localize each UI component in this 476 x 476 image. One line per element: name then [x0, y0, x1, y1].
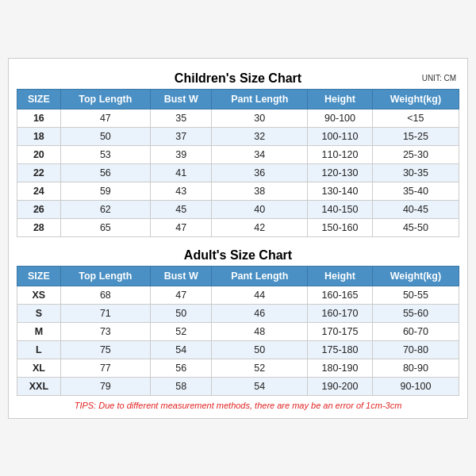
children-table: SIZETop LengthBust WPant LengthHeightWei… [17, 89, 459, 237]
table-cell: 150-160 [308, 218, 373, 236]
table-cell: 50 [60, 127, 150, 145]
table-cell: 52 [150, 322, 211, 340]
adults-title-row: Adult's Size Chart [17, 244, 459, 266]
table-cell: 47 [150, 286, 211, 304]
table-cell: 22 [17, 163, 61, 182]
table-cell: 140-150 [308, 200, 373, 218]
table-row: 1647353090-100<15 [17, 109, 459, 127]
table-cell: L [17, 340, 61, 359]
adults-col-header: SIZE [17, 266, 61, 286]
table-cell: 28 [17, 218, 61, 236]
children-col-header: Bust W [150, 89, 211, 109]
table-row: 18503732100-11015-25 [17, 127, 459, 145]
table-cell: 68 [60, 286, 150, 304]
table-cell: <15 [372, 109, 459, 127]
table-cell: 37 [150, 127, 211, 145]
table-row: S715046160-17055-60 [17, 304, 459, 322]
unit-label: UNIT: CM [422, 73, 456, 82]
table-cell: 71 [60, 304, 150, 322]
table-cell: 190-200 [308, 377, 373, 395]
table-row: 24594338130-14035-40 [17, 182, 459, 200]
table-cell: 50-55 [372, 286, 459, 304]
table-row: 28654742150-16045-50 [17, 218, 459, 236]
table-cell: 18 [17, 127, 61, 145]
children-header-row: SIZETop LengthBust WPant LengthHeightWei… [17, 89, 459, 109]
table-cell: 34 [212, 145, 308, 163]
table-cell: 38 [212, 182, 308, 200]
tips-text: TIPS: Due to different measurement metho… [17, 401, 459, 410]
table-cell: 55-60 [372, 304, 459, 322]
table-cell: 39 [150, 145, 211, 163]
table-cell: 24 [17, 182, 61, 200]
table-cell: 180-190 [308, 359, 373, 377]
table-cell: 170-175 [308, 322, 373, 340]
table-cell: 44 [212, 286, 308, 304]
table-cell: 45 [150, 200, 211, 218]
table-cell: 160-165 [308, 286, 373, 304]
table-cell: 26 [17, 200, 61, 218]
table-cell: XXL [17, 377, 61, 395]
table-cell: 59 [60, 182, 150, 200]
table-cell: 47 [150, 218, 211, 236]
children-body: 1647353090-100<1518503732100-11015-25205… [17, 109, 459, 236]
table-cell: 45-50 [372, 218, 459, 236]
table-cell: 54 [212, 377, 308, 395]
adults-col-header: Pant Length [212, 266, 308, 286]
table-cell: 30-35 [372, 163, 459, 182]
table-cell: 56 [150, 359, 211, 377]
table-cell: 43 [150, 182, 211, 200]
table-cell: 48 [212, 322, 308, 340]
children-col-header: SIZE [17, 89, 61, 109]
table-cell: 47 [60, 109, 150, 127]
table-row: 20533934110-12025-30 [17, 145, 459, 163]
table-cell: 77 [60, 359, 150, 377]
table-row: XS684744160-16550-55 [17, 286, 459, 304]
table-cell: 73 [60, 322, 150, 340]
table-cell: XS [17, 286, 61, 304]
table-row: XXL795854190-20090-100 [17, 377, 459, 395]
table-cell: 42 [212, 218, 308, 236]
table-cell: 62 [60, 200, 150, 218]
table-cell: 130-140 [308, 182, 373, 200]
table-cell: XL [17, 359, 61, 377]
table-cell: 56 [60, 163, 150, 182]
table-cell: 40 [212, 200, 308, 218]
table-row: L755450175-18070-80 [17, 340, 459, 359]
table-cell: 50 [212, 340, 308, 359]
table-cell: 50 [150, 304, 211, 322]
table-cell: 41 [150, 163, 211, 182]
table-cell: 52 [212, 359, 308, 377]
table-row: M735248170-17560-70 [17, 322, 459, 340]
children-col-header: Weight(kg) [372, 89, 459, 109]
table-cell: 80-90 [372, 359, 459, 377]
adults-body: XS684744160-16550-55S715046160-17055-60M… [17, 286, 459, 395]
adults-table: SIZETop LengthBust WPant LengthHeightWei… [17, 266, 459, 396]
table-cell: 15-25 [372, 127, 459, 145]
children-col-header: Pant Length [212, 89, 308, 109]
adults-header-row: SIZETop LengthBust WPant LengthHeightWei… [17, 266, 459, 286]
table-row: XL775652180-19080-90 [17, 359, 459, 377]
adults-col-header: Top Length [60, 266, 150, 286]
table-cell: 65 [60, 218, 150, 236]
table-cell: 70-80 [372, 340, 459, 359]
table-cell: 175-180 [308, 340, 373, 359]
children-col-header: Height [308, 89, 373, 109]
table-cell: 110-120 [308, 145, 373, 163]
table-cell: 60-70 [372, 322, 459, 340]
adults-title: Adult's Size Chart [17, 248, 459, 263]
table-cell: 46 [212, 304, 308, 322]
adults-col-header: Bust W [150, 266, 211, 286]
table-cell: 54 [150, 340, 211, 359]
table-cell: 36 [212, 163, 308, 182]
table-cell: 16 [17, 109, 61, 127]
table-cell: 30 [212, 109, 308, 127]
adults-col-header: Weight(kg) [372, 266, 459, 286]
children-title-row: Children's Size Chart UNIT: CM [17, 67, 459, 89]
table-cell: 79 [60, 377, 150, 395]
table-cell: 75 [60, 340, 150, 359]
table-cell: 35 [150, 109, 211, 127]
table-cell: 25-30 [372, 145, 459, 163]
adults-col-header: Height [308, 266, 373, 286]
table-cell: 100-110 [308, 127, 373, 145]
table-cell: 32 [212, 127, 308, 145]
